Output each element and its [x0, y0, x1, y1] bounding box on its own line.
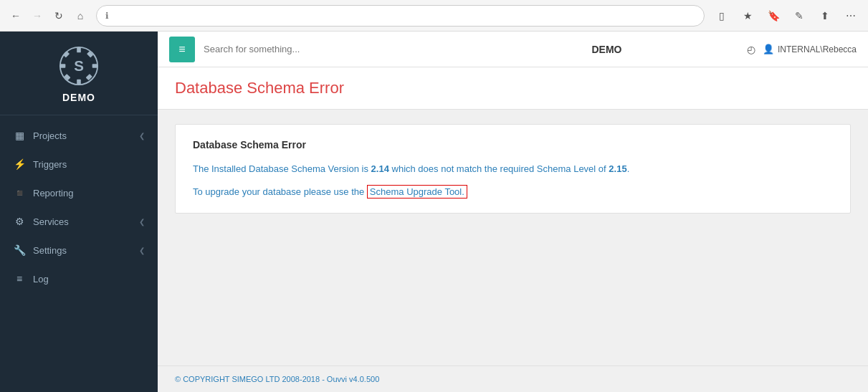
sidebar-nav: ▦ Projects ❮ ⚡ Triggers ◾ Reporting ⚙ Se… [0, 115, 158, 392]
error-msg-part2: which does not match the required Schema… [389, 163, 609, 174]
sidebar-item-log[interactable]: ≡ Log [0, 264, 158, 293]
tab-overview-button[interactable]: ▯ [712, 6, 732, 26]
nav-buttons: ← → ↻ ⌂ [7, 7, 89, 24]
sidebar-item-triggers[interactable]: ⚡ Triggers [0, 150, 158, 178]
address-bar[interactable]: ℹ [96, 5, 705, 27]
app-logo-icon: S [59, 46, 99, 86]
sidebar-item-reporting[interactable]: ◾ Reporting [0, 178, 158, 207]
sidebar-item-label: Settings [33, 245, 132, 256]
sidebar-item-label: Log [33, 274, 145, 285]
top-bar: ≡ DEMO ◴ 👤 INTERNAL\Rebecca [158, 32, 868, 67]
bookmark-list-button[interactable]: 🔖 [763, 6, 783, 26]
upgrade-message: To upgrade your database please use the … [193, 185, 833, 199]
topbar-center-label: DEMO [475, 44, 738, 55]
reporting-icon: ◾ [13, 187, 26, 199]
chevron-icon: ❮ [139, 218, 145, 226]
search-box[interactable] [204, 44, 467, 54]
error-msg-part1: The Installed Database Schema Version is [193, 163, 371, 174]
error-card: Database Schema Error The Installed Data… [175, 124, 851, 214]
page-header: Database Schema Error [158, 67, 868, 110]
page-area: Database Schema Error Database Schema Er… [158, 67, 868, 392]
browser-chrome: ← → ↻ ⌂ ℹ ▯ ★ 🔖 ✎ ⬆ ⋯ [0, 0, 868, 32]
error-msg-part3: . [627, 163, 630, 174]
page-footer: © COPYRIGHT SIMEGO LTD 2008-2018 - Ouvvi… [158, 365, 868, 392]
current-version: 2.14 [371, 163, 389, 174]
topbar-monitor-icon: ◴ [747, 44, 755, 55]
user-label: INTERNAL\Rebecca [778, 44, 857, 54]
sidebar-logo-text: DEMO [62, 92, 95, 103]
projects-icon: ▦ [13, 130, 26, 141]
address-info-icon: ℹ [105, 11, 109, 21]
reload-button[interactable]: ↻ [50, 7, 67, 24]
svg-rect-2 [77, 80, 81, 85]
annotate-button[interactable]: ✎ [789, 6, 809, 26]
share-button[interactable]: ⬆ [815, 6, 835, 26]
sidebar-logo: S DEMO [0, 32, 158, 115]
required-version: 2.15 [609, 163, 626, 174]
upgrade-text-part1: To upgrade your database please use the [193, 186, 367, 197]
sidebar-item-settings[interactable]: 🔧 Settings ❮ [0, 236, 158, 264]
bookmark-star-button[interactable]: ★ [738, 6, 758, 26]
log-icon: ≡ [13, 273, 26, 285]
chevron-icon: ❮ [139, 132, 145, 140]
chevron-icon: ❮ [139, 247, 145, 254]
settings-icon: 🔧 [13, 244, 26, 256]
footer-text: © COPYRIGHT SIMEGO LTD 2008-2018 - Ouvvi… [175, 375, 379, 383]
main-content: ≡ DEMO ◴ 👤 INTERNAL\Rebecca Database Sch… [158, 32, 868, 392]
sidebar-item-label: Projects [33, 130, 132, 141]
user-info: 👤 INTERNAL\Rebecca [763, 44, 857, 54]
sidebar-item-services[interactable]: ⚙ Services ❮ [0, 207, 158, 236]
user-icon: 👤 [763, 44, 774, 54]
svg-rect-3 [60, 64, 65, 68]
sidebar-item-label: Services [33, 216, 132, 227]
browser-actions: ▯ ★ 🔖 ✎ ⬆ ⋯ [712, 6, 861, 26]
sidebar: S DEMO ▦ Projects ❮ ⚡ Triggers ◾ Reporti… [0, 32, 158, 392]
page-body: Database Schema Error The Installed Data… [158, 110, 868, 365]
more-button[interactable]: ⋯ [841, 6, 861, 26]
page-title: Database Schema Error [175, 79, 851, 97]
sidebar-item-label: Triggers [33, 159, 145, 170]
triggers-icon: ⚡ [13, 158, 26, 170]
search-input[interactable] [204, 44, 467, 54]
svg-rect-4 [92, 64, 97, 68]
app-container: S DEMO ▦ Projects ❮ ⚡ Triggers ◾ Reporti… [0, 32, 868, 392]
hamburger-button[interactable]: ≡ [169, 37, 195, 62]
services-icon: ⚙ [13, 216, 26, 227]
error-card-title: Database Schema Error [193, 139, 833, 150]
schema-upgrade-tool-link[interactable]: Schema Upgrade Tool. [367, 185, 467, 199]
svg-rect-5 [63, 51, 70, 57]
home-button[interactable]: ⌂ [72, 7, 89, 24]
svg-rect-1 [77, 47, 81, 52]
topbar-right: ◴ 👤 INTERNAL\Rebecca [747, 44, 857, 55]
svg-text:S: S [74, 57, 84, 74]
sidebar-item-label: Reporting [33, 188, 145, 199]
error-version-message: The Installed Database Schema Version is… [193, 162, 833, 176]
forward-button[interactable]: → [29, 7, 46, 24]
sidebar-item-projects[interactable]: ▦ Projects ❮ [0, 121, 158, 150]
back-button[interactable]: ← [7, 7, 24, 24]
